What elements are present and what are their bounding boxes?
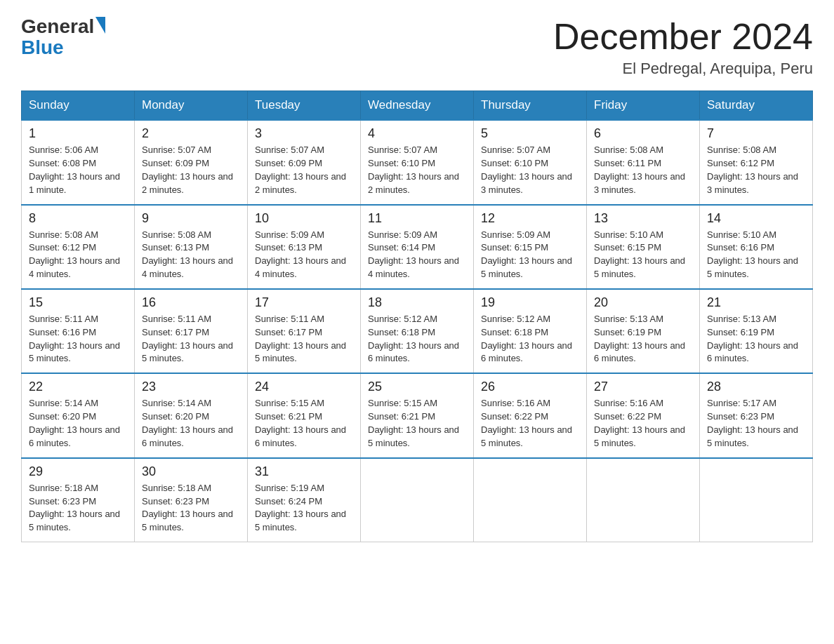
calendar-cell: 15 Sunrise: 5:11 AM Sunset: 6:16 PM Dayl… — [22, 289, 135, 373]
logo: General Blue — [21, 17, 107, 59]
calendar-cell: 18 Sunrise: 5:12 AM Sunset: 6:18 PM Dayl… — [361, 289, 474, 373]
calendar-cell: 6 Sunrise: 5:08 AM Sunset: 6:11 PM Dayli… — [587, 120, 700, 204]
header-sunday: Sunday — [22, 91, 135, 121]
calendar-cell — [361, 458, 474, 542]
day-number: 25 — [368, 380, 466, 394]
day-info: Sunrise: 5:06 AM Sunset: 6:08 PM Dayligh… — [29, 144, 127, 196]
day-number: 19 — [481, 295, 579, 310]
day-info: Sunrise: 5:15 AM Sunset: 6:21 PM Dayligh… — [255, 397, 353, 450]
week-row-5: 29 Sunrise: 5:18 AM Sunset: 6:23 PM Dayl… — [22, 458, 813, 542]
day-number: 21 — [707, 295, 805, 310]
day-info: Sunrise: 5:11 AM Sunset: 6:16 PM Dayligh… — [29, 313, 127, 365]
header-saturday: Saturday — [700, 91, 813, 121]
day-info: Sunrise: 5:18 AM Sunset: 6:23 PM Dayligh… — [29, 482, 127, 535]
header-friday: Friday — [587, 91, 700, 121]
day-info: Sunrise: 5:08 AM Sunset: 6:12 PM Dayligh… — [29, 229, 127, 281]
day-number: 10 — [255, 211, 353, 226]
page-header: General Blue December 2024 El Pedregal, … — [21, 17, 813, 78]
calendar-title: December 2024 — [553, 17, 813, 57]
day-info: Sunrise: 5:16 AM Sunset: 6:22 PM Dayligh… — [594, 397, 692, 450]
header-thursday: Thursday — [474, 91, 587, 121]
day-info: Sunrise: 5:13 AM Sunset: 6:19 PM Dayligh… — [594, 313, 692, 365]
day-info: Sunrise: 5:11 AM Sunset: 6:17 PM Dayligh… — [255, 313, 353, 365]
logo-general-text: General — [21, 17, 94, 36]
day-number: 13 — [594, 211, 692, 226]
day-info: Sunrise: 5:11 AM Sunset: 6:17 PM Dayligh… — [142, 313, 240, 365]
calendar-cell: 26 Sunrise: 5:16 AM Sunset: 6:22 PM Dayl… — [474, 373, 587, 457]
day-number: 20 — [594, 295, 692, 310]
week-row-1: 1 Sunrise: 5:06 AM Sunset: 6:08 PM Dayli… — [22, 120, 813, 204]
calendar-cell: 14 Sunrise: 5:10 AM Sunset: 6:16 PM Dayl… — [700, 205, 813, 289]
calendar-cell: 31 Sunrise: 5:19 AM Sunset: 6:24 PM Dayl… — [248, 458, 361, 542]
logo-triangle-icon — [95, 17, 105, 34]
calendar-cell: 1 Sunrise: 5:06 AM Sunset: 6:08 PM Dayli… — [22, 120, 135, 204]
calendar-cell: 13 Sunrise: 5:10 AM Sunset: 6:15 PM Dayl… — [587, 205, 700, 289]
day-number: 1 — [29, 126, 127, 141]
logo-blue-text: Blue — [21, 36, 64, 59]
calendar-cell: 25 Sunrise: 5:15 AM Sunset: 6:21 PM Dayl… — [361, 373, 474, 457]
calendar-title-area: December 2024 El Pedregal, Arequipa, Per… — [553, 17, 813, 78]
calendar-cell: 29 Sunrise: 5:18 AM Sunset: 6:23 PM Dayl… — [22, 458, 135, 542]
day-info: Sunrise: 5:08 AM Sunset: 6:12 PM Dayligh… — [707, 144, 805, 196]
day-number: 31 — [255, 464, 353, 479]
calendar-cell: 7 Sunrise: 5:08 AM Sunset: 6:12 PM Dayli… — [700, 120, 813, 204]
calendar-cell: 4 Sunrise: 5:07 AM Sunset: 6:10 PM Dayli… — [361, 120, 474, 204]
day-number: 16 — [142, 295, 240, 310]
calendar-table: Sunday Monday Tuesday Wednesday Thursday… — [21, 90, 813, 542]
day-info: Sunrise: 5:16 AM Sunset: 6:22 PM Dayligh… — [481, 397, 579, 450]
day-number: 18 — [368, 295, 466, 310]
calendar-cell: 28 Sunrise: 5:17 AM Sunset: 6:23 PM Dayl… — [700, 373, 813, 457]
calendar-cell: 11 Sunrise: 5:09 AM Sunset: 6:14 PM Dayl… — [361, 205, 474, 289]
header-wednesday: Wednesday — [361, 91, 474, 121]
calendar-cell: 12 Sunrise: 5:09 AM Sunset: 6:15 PM Dayl… — [474, 205, 587, 289]
day-number: 6 — [594, 126, 692, 141]
day-number: 7 — [707, 126, 805, 141]
day-info: Sunrise: 5:08 AM Sunset: 6:13 PM Dayligh… — [142, 229, 240, 281]
day-number: 24 — [255, 380, 353, 394]
day-info: Sunrise: 5:14 AM Sunset: 6:20 PM Dayligh… — [29, 397, 127, 450]
calendar-cell: 24 Sunrise: 5:15 AM Sunset: 6:21 PM Dayl… — [248, 373, 361, 457]
day-info: Sunrise: 5:07 AM Sunset: 6:10 PM Dayligh… — [368, 144, 466, 196]
day-info: Sunrise: 5:17 AM Sunset: 6:23 PM Dayligh… — [707, 397, 805, 450]
calendar-cell: 16 Sunrise: 5:11 AM Sunset: 6:17 PM Dayl… — [135, 289, 248, 373]
day-number: 12 — [481, 211, 579, 226]
day-number: 8 — [29, 211, 127, 226]
day-number: 26 — [481, 380, 579, 394]
day-info: Sunrise: 5:08 AM Sunset: 6:11 PM Dayligh… — [594, 144, 692, 196]
day-info: Sunrise: 5:09 AM Sunset: 6:13 PM Dayligh… — [255, 229, 353, 281]
day-info: Sunrise: 5:14 AM Sunset: 6:20 PM Dayligh… — [142, 397, 240, 450]
day-info: Sunrise: 5:12 AM Sunset: 6:18 PM Dayligh… — [368, 313, 466, 365]
calendar-cell — [587, 458, 700, 542]
day-number: 30 — [142, 464, 240, 479]
calendar-cell — [700, 458, 813, 542]
header-row: Sunday Monday Tuesday Wednesday Thursday… — [22, 91, 813, 121]
calendar-cell: 3 Sunrise: 5:07 AM Sunset: 6:09 PM Dayli… — [248, 120, 361, 204]
calendar-header: Sunday Monday Tuesday Wednesday Thursday… — [22, 91, 813, 121]
calendar-cell: 20 Sunrise: 5:13 AM Sunset: 6:19 PM Dayl… — [587, 289, 700, 373]
calendar-body: 1 Sunrise: 5:06 AM Sunset: 6:08 PM Dayli… — [22, 120, 813, 542]
day-number: 23 — [142, 380, 240, 394]
calendar-cell: 10 Sunrise: 5:09 AM Sunset: 6:13 PM Dayl… — [248, 205, 361, 289]
day-info: Sunrise: 5:12 AM Sunset: 6:18 PM Dayligh… — [481, 313, 579, 365]
day-number: 4 — [368, 126, 466, 141]
day-number: 11 — [368, 211, 466, 226]
calendar-subtitle: El Pedregal, Arequipa, Peru — [553, 60, 813, 78]
day-info: Sunrise: 5:10 AM Sunset: 6:15 PM Dayligh… — [594, 229, 692, 281]
calendar-cell: 23 Sunrise: 5:14 AM Sunset: 6:20 PM Dayl… — [135, 373, 248, 457]
day-number: 3 — [255, 126, 353, 141]
day-info: Sunrise: 5:19 AM Sunset: 6:24 PM Dayligh… — [255, 482, 353, 535]
day-number: 29 — [29, 464, 127, 479]
day-info: Sunrise: 5:09 AM Sunset: 6:15 PM Dayligh… — [481, 229, 579, 281]
day-info: Sunrise: 5:15 AM Sunset: 6:21 PM Dayligh… — [368, 397, 466, 450]
calendar-cell: 5 Sunrise: 5:07 AM Sunset: 6:10 PM Dayli… — [474, 120, 587, 204]
calendar-cell: 9 Sunrise: 5:08 AM Sunset: 6:13 PM Dayli… — [135, 205, 248, 289]
day-info: Sunrise: 5:09 AM Sunset: 6:14 PM Dayligh… — [368, 229, 466, 281]
calendar-cell: 17 Sunrise: 5:11 AM Sunset: 6:17 PM Dayl… — [248, 289, 361, 373]
calendar-cell: 27 Sunrise: 5:16 AM Sunset: 6:22 PM Dayl… — [587, 373, 700, 457]
day-number: 14 — [707, 211, 805, 226]
calendar-cell: 21 Sunrise: 5:13 AM Sunset: 6:19 PM Dayl… — [700, 289, 813, 373]
day-number: 28 — [707, 380, 805, 394]
header-tuesday: Tuesday — [248, 91, 361, 121]
day-info: Sunrise: 5:18 AM Sunset: 6:23 PM Dayligh… — [142, 482, 240, 535]
day-number: 27 — [594, 380, 692, 394]
